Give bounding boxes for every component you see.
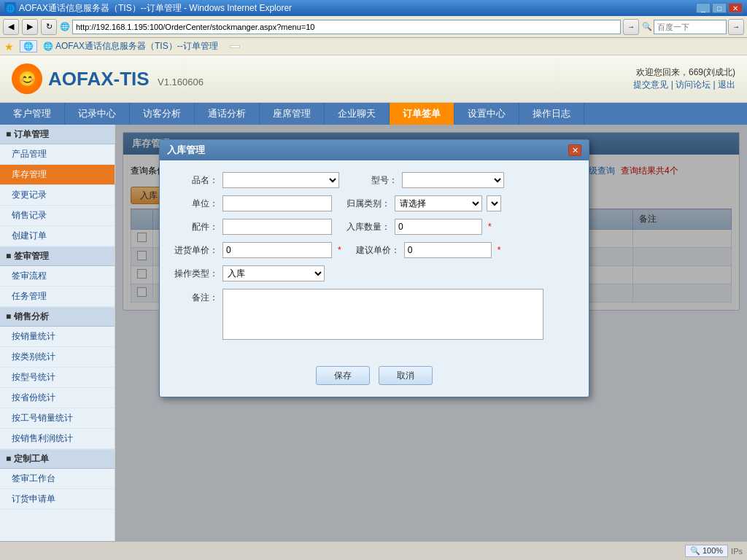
cancel-button[interactable]: 取消 — [379, 366, 433, 385]
jinhuo-label: 进货单价： — [174, 244, 218, 257]
modal-header: 入库管理 ✕ — [160, 140, 589, 160]
sidebar-item-change[interactable]: 变更记录 — [0, 185, 115, 206]
forum-link[interactable]: 访问论坛 — [676, 79, 711, 90]
pinming-label: 品名： — [174, 174, 218, 187]
favorites-bar: ★ 🌐 🌐 AOFAX通话信息服务器（TIS）--订单管理 — [0, 38, 747, 55]
form-row-2: 单位： 归属类别： 请选择 — [174, 195, 574, 211]
favorites-icon: 🌐 — [20, 40, 37, 52]
form-row-3: 配件： 入库数量： * — [174, 219, 574, 235]
logo-area: 😊 AOFAX-TIS V1.160606 — [12, 63, 204, 94]
back-button[interactable]: ◀ — [3, 19, 19, 35]
nav-item-chat[interactable]: 企业聊天 — [325, 103, 390, 125]
nav-bar: ◀ ▶ ↻ 🌐 → 🔍 → — [0, 16, 747, 38]
header-right: 欢迎您回来，669(刘成北) 提交意见 | 访问论坛 | 退出 — [633, 66, 735, 91]
peijian-label: 配件： — [174, 221, 218, 233]
sidebar-item-by-sales[interactable]: 按销量统计 — [0, 327, 115, 347]
caozuo-select[interactable]: 入库 — [222, 265, 325, 281]
beizhu-label: 备注： — [174, 292, 218, 304]
modal-close-button[interactable]: ✕ — [568, 144, 581, 156]
rukusl-required: * — [488, 222, 492, 232]
page-content: 😊 AOFAX-TIS V1.160606 欢迎您回来，669(刘成北) 提交意… — [0, 55, 747, 541]
nav-item-settings[interactable]: 设置中心 — [454, 103, 519, 125]
nav-item-seat[interactable]: 座席管理 — [260, 103, 325, 125]
danwei-input[interactable] — [222, 195, 332, 211]
form-group-pinming: 品名： — [174, 172, 339, 188]
content-area: 库存管理 查询条件： 品名 型号 编号 查询 下载成Html — [115, 125, 747, 541]
sidebar-section-custom-header: ■ 定制工单 — [0, 449, 115, 469]
sidebar-item-stock[interactable]: 库存管理 — [0, 165, 115, 185]
nav-item-customer[interactable]: 客户管理 — [0, 103, 65, 125]
form-group-danwei: 单位： — [174, 195, 332, 211]
pinming-combo[interactable] — [222, 172, 339, 188]
title-bar: 🌐 AOFAX通话信息服务器（TIS）--订单管理 - Windows Inte… — [0, 0, 747, 16]
go-button[interactable]: → — [623, 19, 639, 35]
sidebar-item-by-profit[interactable]: 按销售利润统计 — [0, 429, 115, 449]
beizhu-textarea[interactable] — [222, 289, 543, 340]
restore-button[interactable]: □ — [712, 3, 727, 13]
minimize-button[interactable]: _ — [696, 3, 711, 13]
guilei-dropdown[interactable] — [487, 195, 501, 211]
peijian-input[interactable] — [222, 219, 332, 235]
logo-image: 😊 — [12, 63, 42, 94]
sidebar: ■ 订单管理 产品管理 库存管理 变更记录 销售记录 创建订单 ■ 签审管理 签… — [0, 125, 115, 541]
modal-title: 入库管理 — [167, 144, 205, 157]
danwei-label: 单位： — [174, 198, 218, 210]
modal-body: 品名： 型号： — [160, 160, 589, 359]
sidebar-item-flow[interactable]: 签审流程 — [0, 266, 115, 287]
nav-item-call[interactable]: 通话分析 — [195, 103, 260, 125]
xinghao-select[interactable] — [402, 172, 504, 188]
sidebar-item-requisition[interactable]: 订货申请单 — [0, 489, 115, 510]
rukusl-input[interactable] — [395, 219, 482, 235]
jinhuo-input[interactable] — [222, 242, 332, 258]
zoom-button[interactable]: 🔍 100% — [685, 545, 728, 557]
sidebar-section-review-header: ■ 签审管理 — [0, 246, 115, 266]
sidebar-item-by-model[interactable]: 按型号统计 — [0, 368, 115, 388]
sidebar-item-product[interactable]: 产品管理 — [0, 144, 115, 165]
main-body: ■ 订单管理 产品管理 库存管理 变更记录 销售记录 创建订单 ■ 签审管理 签… — [0, 125, 747, 541]
form-row-1: 品名： 型号： — [174, 172, 574, 188]
browser-search-button[interactable]: → — [728, 19, 744, 35]
sidebar-item-by-worker[interactable]: 按工号销量统计 — [0, 408, 115, 429]
browser-search-input[interactable] — [654, 20, 727, 34]
form-group-rukusl: 入库数量： * — [347, 219, 492, 235]
address-bar: 🌐 → — [60, 19, 639, 35]
logo-text: AOFAX-TIS V1.160606 — [48, 68, 204, 90]
caozuo-label: 操作类型： — [174, 268, 218, 280]
sidebar-item-workbench[interactable]: 签审工作台 — [0, 469, 115, 489]
form-group-guilei: 归属类别： 请选择 — [347, 195, 501, 211]
browser-icon: 🌐 — [4, 2, 16, 14]
form-group-jinhuo: 进货单价： * — [174, 242, 341, 258]
refresh-button[interactable]: ↻ — [41, 19, 57, 35]
modal-dialog: 入库管理 ✕ 品名： 型号： — [159, 139, 589, 397]
sidebar-item-task[interactable]: 任务管理 — [0, 287, 115, 307]
new-tab-button[interactable] — [230, 45, 240, 48]
sidebar-item-sales[interactable]: 销售记录 — [0, 206, 115, 226]
sidebar-item-by-category[interactable]: 按类别统计 — [0, 347, 115, 368]
form-row-5: 操作类型： 入库 — [174, 265, 574, 281]
form-group-beizhu: 备注： — [174, 289, 543, 340]
nav-item-record[interactable]: 记录中心 — [65, 103, 130, 125]
sidebar-section-order: ■ 订单管理 产品管理 库存管理 变更记录 销售记录 创建订单 — [0, 125, 115, 246]
nav-item-visitor[interactable]: 访客分析 — [130, 103, 195, 125]
address-input[interactable] — [72, 20, 621, 34]
sidebar-section-order-header: ■ 订单管理 — [0, 125, 115, 144]
nav-item-order[interactable]: 订单签单 — [390, 103, 454, 125]
form-group-caozuo: 操作类型： 入库 — [174, 265, 325, 281]
forward-button[interactable]: ▶ — [22, 19, 38, 35]
logout-link[interactable]: 退出 — [718, 79, 735, 90]
guilei-label: 归属类别： — [347, 198, 390, 210]
sidebar-item-create[interactable]: 创建订单 — [0, 226, 115, 246]
close-button[interactable]: ✕ — [728, 3, 743, 13]
save-button[interactable]: 保存 — [316, 366, 370, 385]
favorites-star-icon: ★ — [4, 41, 14, 52]
modal-footer: 保存 取消 — [160, 359, 589, 397]
jianyidj-input[interactable] — [404, 242, 492, 258]
sidebar-item-by-province[interactable]: 按省份统计 — [0, 388, 115, 408]
guilei-select[interactable]: 请选择 — [395, 195, 482, 211]
xinghao-label: 型号： — [354, 174, 398, 187]
form-group-peijian: 配件： — [174, 219, 332, 235]
site-header: 😊 AOFAX-TIS V1.160606 欢迎您回来，669(刘成北) 提交意… — [0, 55, 747, 103]
nav-item-log[interactable]: 操作日志 — [519, 103, 584, 125]
feedback-link[interactable]: 提交意见 — [633, 79, 668, 90]
favorites-link[interactable]: 🌐 AOFAX通话信息服务器（TIS）--订单管理 — [43, 40, 218, 52]
